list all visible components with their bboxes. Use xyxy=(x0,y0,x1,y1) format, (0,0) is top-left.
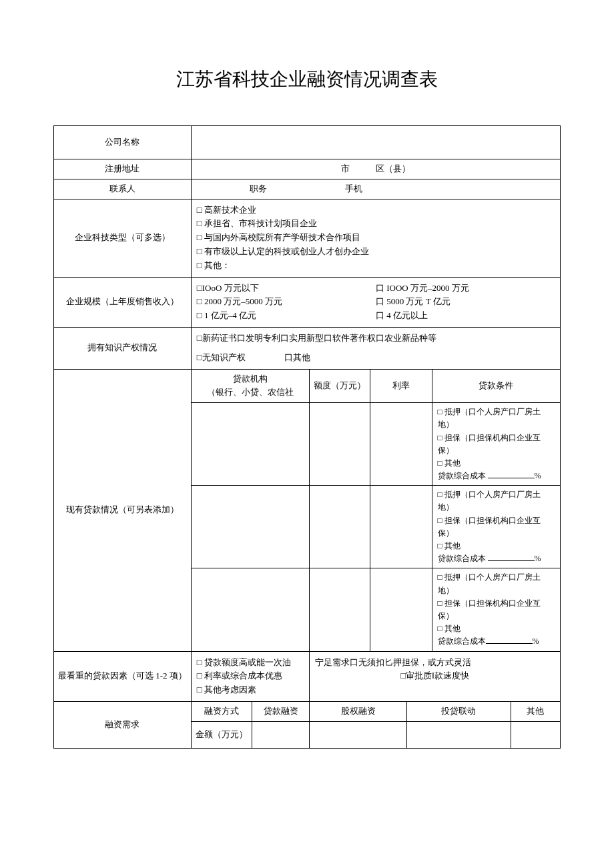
opt-tech-1[interactable]: □ 承担省、市科技计划项目企业 xyxy=(197,217,555,231)
opt-ip-line1[interactable]: □新药证书口发明专利口实用新型口软件著作权口农业新品种等 xyxy=(197,332,555,346)
survey-table: 公司名称 注册地址 市 区（县） 联系人 职务 手机 xyxy=(53,125,561,749)
opt-factor-0[interactable]: □ 贷款额度高或能一次油 xyxy=(197,656,304,670)
loan1-org[interactable] xyxy=(191,403,309,486)
header-loan-cond: 贷款条件 xyxy=(432,369,560,403)
label-need-link: 投贷联动 xyxy=(407,701,511,721)
opt-tech-0[interactable]: □ 高新技术企业 xyxy=(197,203,555,218)
cell-factor-right[interactable]: 宁足需求口无须扣匕押担保，或方式灵活 □审批质Ⅰ款速度快 xyxy=(310,651,561,701)
cell-factor-left[interactable]: □ 贷款额度高或能一次油 □ 利率或综合成本优惠 □ 其他考虑因素 xyxy=(191,651,309,701)
opt-factor-1[interactable]: □ 利率或综合成本优惠 xyxy=(197,669,304,683)
cell-contact[interactable]: 职务 手机 xyxy=(191,179,560,199)
cell-company-name[interactable] xyxy=(191,126,560,159)
header-loan-org: 贷款机构 （银行、小贷、农信社 xyxy=(191,369,309,403)
label-reg-address: 注册地址 xyxy=(54,159,192,179)
cell-ip[interactable]: □新药证书口发明专利口实用新型口软件著作权口农业新品种等 □无知识产权 口其他 xyxy=(191,327,560,369)
header-loan-amount: 额度（万元） xyxy=(310,369,370,403)
label-tech-type: 企业科技类型（可多选） xyxy=(54,199,192,277)
text-city: 市 xyxy=(341,163,350,173)
loan3-rate[interactable] xyxy=(370,568,432,651)
loan2-cond[interactable]: □ 抵押（口个人房产口厂房土地） □ 担保（口担保机构口企业互保） □ 其他 贷… xyxy=(432,486,560,568)
opt-scale-r2[interactable]: 口 4 亿元以上 xyxy=(376,309,555,323)
label-loans: 现有贷款情况（可另表添加） xyxy=(54,369,192,651)
label-factor: 最看重的贷款因素（可选 1-2 项） xyxy=(54,651,192,701)
cell-need-equity[interactable] xyxy=(310,721,407,748)
opt-ip-other[interactable]: 口其他 xyxy=(284,352,310,362)
label-phone: 手机 xyxy=(345,183,362,193)
opt-scale-l1[interactable]: □ 2000 万元–5000 万元 xyxy=(197,295,376,309)
text-district: 区（县） xyxy=(376,163,410,173)
page-title: 江苏省科技企业融资情况调查表 xyxy=(53,67,561,92)
opt-factor-r1[interactable]: 宁足需求口无须扣匕押担保，或方式灵活 xyxy=(315,656,555,670)
opt-scale-r0[interactable]: 口 IOOO 万元–2000 万元 xyxy=(376,282,555,296)
cell-need-loan[interactable] xyxy=(252,721,309,748)
opt-scale-r1[interactable]: 口 5000 万元 T 亿元 xyxy=(376,295,555,309)
opt-tech-4[interactable]: □ 其他： xyxy=(197,259,555,273)
cell-need-other[interactable] xyxy=(511,721,560,748)
label-need-other: 其他 xyxy=(511,701,560,721)
cell-tech-type[interactable]: □ 高新技术企业 □ 承担省、市科技计划项目企业 □ 与国内外高校院所有产学研技… xyxy=(191,199,560,277)
label-ip: 拥有知识产权情况 xyxy=(54,327,192,369)
header-loan-rate: 利率 xyxy=(370,369,432,403)
opt-factor-r2[interactable]: □审批质Ⅰ款速度快 xyxy=(315,669,555,683)
loan1-rate[interactable] xyxy=(370,403,432,486)
opt-scale-l0[interactable]: □IOoO 万元以下 xyxy=(197,282,376,296)
cell-need-link[interactable] xyxy=(407,721,511,748)
label-position: 职务 xyxy=(250,183,267,193)
cell-reg-address[interactable]: 市 区（县） xyxy=(191,159,560,179)
label-need-equity: 股权融资 xyxy=(310,701,407,721)
opt-tech-3[interactable]: □ 有市级以上认定的科技或创业人才创办企业 xyxy=(197,245,555,259)
loan1-amount[interactable] xyxy=(310,403,370,486)
label-need-loan: 贷款融资 xyxy=(252,701,309,721)
loan2-org[interactable] xyxy=(191,486,309,568)
label-need-amount: 金额（万元） xyxy=(191,721,252,748)
opt-scale-l2[interactable]: □ 1 亿元–4 亿元 xyxy=(197,309,376,323)
loan3-amount[interactable] xyxy=(310,568,370,651)
label-company-name: 公司名称 xyxy=(54,126,192,159)
opt-ip-noip[interactable]: □无知识产权 xyxy=(197,352,246,362)
loan2-rate[interactable] xyxy=(370,486,432,568)
label-need-mode: 融资方式 xyxy=(191,701,252,721)
label-contact: 联系人 xyxy=(54,179,192,199)
cell-scale[interactable]: □IOoO 万元以下 □ 2000 万元–5000 万元 □ 1 亿元–4 亿元… xyxy=(191,277,560,327)
label-need: 融资需求 xyxy=(54,701,192,748)
loan2-amount[interactable] xyxy=(310,486,370,568)
label-scale: 企业规模（上年度销售收入） xyxy=(54,277,192,327)
opt-factor-2[interactable]: □ 其他考虑因素 xyxy=(197,683,304,697)
loan3-cond[interactable]: □ 抵押（口个人房产口厂房土地） □ 担保（口担保机构口企业互保） □ 其他 贷… xyxy=(432,568,560,651)
opt-tech-2[interactable]: □ 与国内外高校院所有产学研技术合作项目 xyxy=(197,231,555,245)
loan1-cond[interactable]: □ 抵押（口个人房产口厂房土地） □ 担保（口担保机构口企业互保） □ 其他 贷… xyxy=(432,403,560,486)
loan3-org[interactable] xyxy=(191,568,309,651)
